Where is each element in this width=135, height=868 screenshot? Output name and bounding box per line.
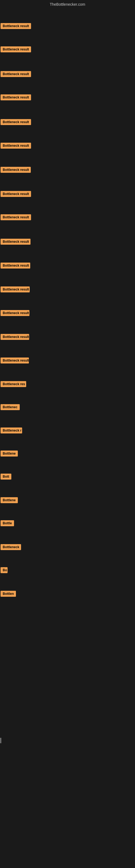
bottleneck-row-6: Bottleneck result bbox=[1, 143, 31, 150]
bottleneck-row-20: Bott bbox=[1, 474, 11, 480]
bottleneck-row-19: Bottlene bbox=[1, 451, 18, 458]
bottleneck-badge-8[interactable]: Bottleneck result bbox=[1, 191, 31, 197]
bottleneck-row-2: Bottleneck result bbox=[1, 46, 31, 54]
bottleneck-row-15: Bottleneck result bbox=[1, 358, 29, 365]
bottleneck-badge-14[interactable]: Bottleneck result bbox=[1, 334, 29, 340]
bottleneck-badge-15[interactable]: Bottleneck result bbox=[1, 358, 29, 364]
cursor-indicator bbox=[1, 738, 1, 743]
bottleneck-row-21: Bottlene bbox=[1, 497, 18, 504]
bottleneck-badge-2[interactable]: Bottleneck result bbox=[1, 46, 31, 52]
bottleneck-row-24: Bo bbox=[1, 567, 8, 574]
bottleneck-row-23: Bottleneck bbox=[1, 544, 21, 551]
page-container: TheBottlenecker.com Bottleneck resultBot… bbox=[0, 0, 135, 868]
bottleneck-badge-21[interactable]: Bottlene bbox=[1, 497, 18, 503]
bottleneck-row-5: Bottleneck result bbox=[1, 119, 31, 126]
bottleneck-badge-16[interactable]: Bottleneck res bbox=[1, 381, 26, 387]
bottleneck-row-3: Bottleneck result bbox=[1, 71, 31, 78]
bottleneck-row-25: Bottlen bbox=[1, 591, 16, 598]
bottleneck-row-22: Bottle bbox=[1, 520, 14, 527]
site-title: TheBottlenecker.com bbox=[0, 0, 135, 8]
bottleneck-row-18: Bottleneck r bbox=[1, 428, 22, 435]
bottleneck-row-8: Bottleneck result bbox=[1, 191, 31, 198]
bottleneck-badge-3[interactable]: Bottleneck result bbox=[1, 71, 31, 77]
bottleneck-row-17: Bottlenec bbox=[1, 404, 20, 411]
bottleneck-badge-12[interactable]: Bottleneck result bbox=[1, 286, 30, 292]
bottleneck-badge-20[interactable]: Bott bbox=[1, 474, 11, 479]
bottleneck-badge-1[interactable]: Bottleneck result bbox=[1, 23, 31, 29]
bottleneck-badge-22[interactable]: Bottle bbox=[1, 520, 14, 526]
bottleneck-row-7: Bottleneck result bbox=[1, 167, 31, 174]
bottleneck-badge-4[interactable]: Bottleneck result bbox=[1, 94, 31, 100]
bottleneck-row-9: Bottleneck result bbox=[1, 214, 31, 221]
bottleneck-badge-24[interactable]: Bo bbox=[1, 567, 8, 573]
bottleneck-badge-5[interactable]: Bottleneck result bbox=[1, 119, 31, 125]
bottleneck-row-14: Bottleneck result bbox=[1, 334, 29, 341]
bottleneck-row-10: Bottleneck result bbox=[1, 239, 31, 246]
bottleneck-row-4: Bottleneck result bbox=[1, 94, 31, 101]
bottleneck-badge-11[interactable]: Bottleneck result bbox=[1, 262, 30, 269]
bottleneck-badge-7[interactable]: Bottleneck result bbox=[1, 167, 31, 173]
bottleneck-row-13: Bottleneck result bbox=[1, 310, 30, 317]
bottleneck-badge-18[interactable]: Bottleneck r bbox=[1, 428, 22, 433]
bottleneck-badge-23[interactable]: Bottleneck bbox=[1, 544, 21, 550]
bottleneck-row-12: Bottleneck result bbox=[1, 286, 30, 293]
bottleneck-row-11: Bottleneck result bbox=[1, 262, 30, 270]
bottleneck-badge-9[interactable]: Bottleneck result bbox=[1, 214, 31, 220]
bottleneck-badge-6[interactable]: Bottleneck result bbox=[1, 143, 31, 149]
bottleneck-badge-19[interactable]: Bottlene bbox=[1, 451, 18, 457]
bottleneck-badge-17[interactable]: Bottlenec bbox=[1, 404, 20, 410]
bottleneck-row-16: Bottleneck res bbox=[1, 381, 26, 388]
bottleneck-badge-25[interactable]: Bottlen bbox=[1, 591, 16, 597]
bottleneck-badge-13[interactable]: Bottleneck result bbox=[1, 310, 30, 316]
bottleneck-row-1: Bottleneck result bbox=[1, 23, 31, 30]
bottleneck-badge-10[interactable]: Bottleneck result bbox=[1, 239, 31, 245]
